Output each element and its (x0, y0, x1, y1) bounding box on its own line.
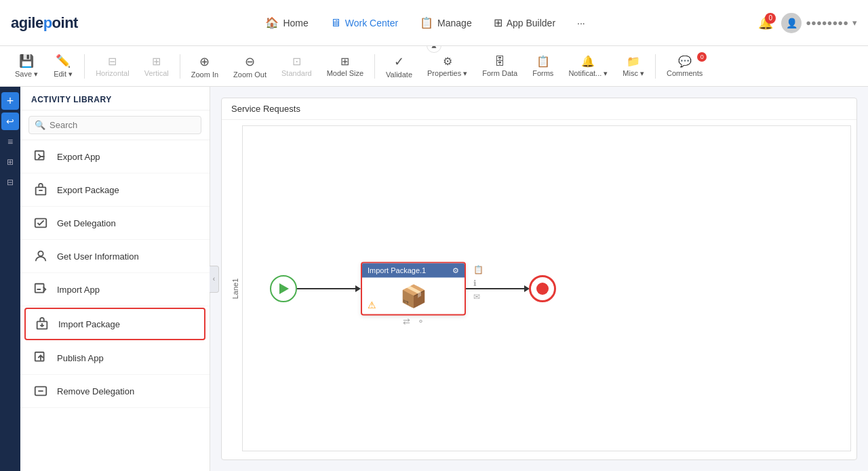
export-app-icon (31, 147, 50, 166)
node-side-icons: 📋 ℹ ✉ (473, 264, 484, 301)
model-size-label: Model Size (327, 69, 363, 77)
canvas-content[interactable]: Lane1 Import Package.1 (222, 120, 856, 457)
sidebar: + ↩ ≡ ⊞ ⊟ (0, 87, 20, 471)
notif-toolbar-label: Notificat... ▾ (568, 69, 608, 78)
nav-manage[interactable]: 📋 Manage (410, 11, 481, 35)
nav-appbuilder-label: App Builder (507, 18, 555, 28)
forms-button[interactable]: 📋 Forms (526, 51, 560, 81)
edit-icon: ✏️ (56, 54, 71, 68)
notifications-toolbar-button[interactable]: 🔔 Notificat... ▾ (561, 51, 614, 82)
warning-icon: ⚠ (368, 299, 376, 310)
nav-workcenter-label: Work Center (345, 18, 398, 28)
notifications-button[interactable]: 🔔 0 (758, 16, 773, 30)
nav-more[interactable]: ··· (568, 12, 595, 34)
sidebar-tag[interactable]: ⊟ (1, 173, 19, 191)
start-triangle (279, 283, 289, 294)
side-icon-3[interactable]: ✉ (473, 291, 484, 301)
import-app-label: Import App (57, 285, 100, 295)
activity-item-get-delegation[interactable]: Get Delegation (20, 207, 210, 240)
zoom-out-button[interactable]: ⊖ Zoom Out (226, 50, 273, 83)
properties-button[interactable]: ⚙ Properties ▾ (420, 51, 474, 82)
user-menu[interactable]: 👤 ●●●●●●●● ▾ (781, 13, 857, 33)
logo[interactable]: agilepoint (11, 14, 92, 32)
panel-collapse-handle[interactable]: ‹ (210, 266, 219, 293)
horizontal-label: Horizontal (96, 69, 130, 77)
nav-links: 🏠 Home 🖥 Work Center 📋 Manage ⊞ App Buil… (92, 11, 758, 35)
side-icon-2[interactable]: ℹ (473, 278, 484, 287)
search-input-wrap[interactable]: 🔍 (28, 116, 201, 134)
search-input[interactable] (50, 120, 195, 130)
misc-label: Misc ▾ (623, 69, 644, 78)
activity-item-import-app[interactable]: Import App (20, 273, 210, 306)
save-button[interactable]: 💾 Save ▾ (8, 49, 45, 83)
flow-node[interactable]: Import Package.1 ⚙ 📦 ⚠ 📋 ℹ (361, 262, 466, 315)
divider-2 (180, 54, 180, 79)
flow-node-body: 📦 ⚠ (362, 277, 465, 314)
sidebar-list[interactable]: ≡ (1, 133, 19, 150)
flow-node-settings-icon[interactable]: ⚙ (452, 266, 459, 274)
connector-right (466, 288, 527, 289)
save-label: Save ▾ (15, 70, 38, 79)
misc-button[interactable]: 📁 Misc ▾ (616, 51, 651, 82)
forms-icon: 📋 (536, 55, 550, 68)
model-size-button[interactable]: ⊞ Model Size (320, 51, 370, 81)
appbuilder-icon: ⊞ (494, 16, 502, 29)
activity-item-export-app[interactable]: Export App (20, 140, 210, 173)
canvas-title: Service Requests (222, 98, 856, 120)
activity-library-title: ACTIVITY LIBRARY (20, 87, 210, 110)
export-package-label: Export Package (57, 185, 119, 195)
edit-button[interactable]: ✏️ Edit ▾ (46, 49, 80, 83)
validate-button[interactable]: ✓ Validate (379, 50, 419, 83)
bottom-icon-branch[interactable]: ⚬ (417, 316, 425, 326)
nav-home[interactable]: 🏠 Home (256, 11, 317, 35)
search-bar: 🔍 (20, 110, 210, 140)
horizontal-button: ⊟ Horizontal (89, 51, 136, 81)
end-node-inner (536, 283, 549, 295)
flow-end-node[interactable] (529, 275, 556, 302)
standard-icon: ⊡ (292, 55, 301, 68)
canvas-container: Service Requests Lane1 (221, 98, 857, 460)
comments-icon: 💬 (678, 55, 692, 68)
nav-appbuilder[interactable]: ⊞ App Builder (484, 11, 565, 35)
remove-delegation-icon (31, 382, 50, 401)
bottom-icon-swap[interactable]: ⇄ (403, 316, 410, 326)
activity-item-get-user-info[interactable]: Get User Information (20, 240, 210, 273)
export-app-label: Export App (57, 152, 100, 162)
package-icon: 📦 (400, 283, 427, 308)
sidebar-history[interactable]: ↩ (1, 112, 19, 130)
remove-delegation-label: Remove Delegation (57, 386, 134, 396)
divider-3 (374, 54, 375, 79)
form-data-button[interactable]: 🗄 Form Data (475, 52, 524, 81)
sidebar-grid[interactable]: ⊞ (1, 153, 19, 171)
workcenter-icon: 🖥 (330, 17, 341, 29)
arrow-left (355, 285, 361, 292)
vertical-button: ⊞ Vertical (138, 51, 176, 81)
activity-item-publish-app[interactable]: Publish App (20, 342, 210, 375)
misc-icon: 📁 (627, 55, 640, 68)
get-user-info-icon (31, 247, 50, 266)
import-package-label: Import Package (58, 319, 120, 329)
activity-item-import-package[interactable]: Import Package (24, 308, 205, 340)
activity-item-export-package[interactable]: Export Package (20, 173, 210, 207)
edit-label: Edit ▾ (54, 70, 73, 79)
publish-app-label: Publish App (57, 353, 104, 363)
svg-rect-1 (36, 187, 46, 194)
top-navigation: agilepoint 🏠 Home 🖥 Work Center 📋 Manage… (0, 0, 868, 46)
flow-start-node[interactable] (270, 275, 297, 302)
activity-list: Export App Export Package (20, 140, 210, 471)
nav-workcenter[interactable]: 🖥 Work Center (321, 12, 408, 35)
nav-home-label: Home (283, 18, 308, 28)
activity-item-remove-delegation[interactable]: Remove Delegation (20, 375, 210, 408)
zoom-out-icon: ⊖ (245, 54, 255, 69)
sidebar-add[interactable]: + (1, 92, 19, 110)
forms-label: Forms (532, 69, 553, 77)
lane-container: Lane1 (229, 120, 242, 457)
horizontal-icon: ⊟ (108, 55, 117, 68)
notif-toolbar-icon: 🔔 (581, 55, 595, 68)
lane-content: Import Package.1 ⚙ 📦 ⚠ 📋 ℹ (242, 125, 851, 451)
side-icon-1[interactable]: 📋 (473, 264, 484, 274)
svg-point-3 (38, 251, 43, 256)
zoom-in-button[interactable]: ⊕ Zoom In (184, 50, 225, 83)
comments-button[interactable]: 💬 Comments 0 (660, 51, 709, 81)
get-user-info-label: Get User Information (57, 251, 139, 262)
